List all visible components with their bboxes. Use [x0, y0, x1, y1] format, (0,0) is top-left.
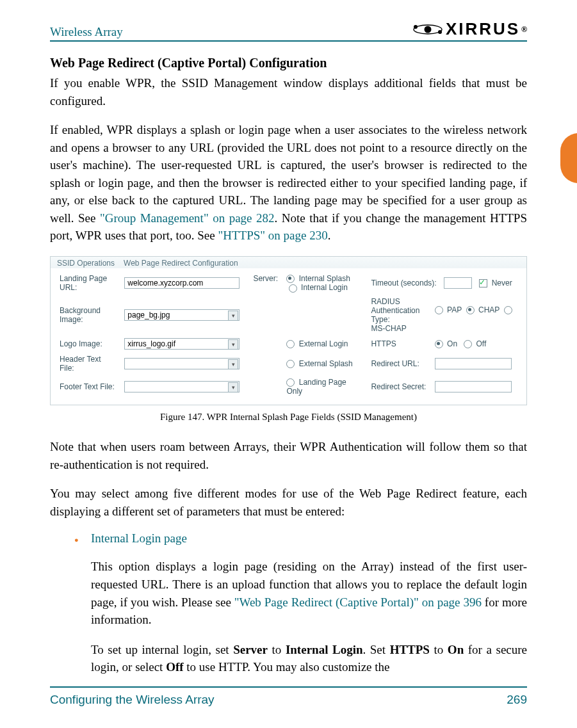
text-run: . Set: [362, 643, 389, 656]
footer-page-number: 269: [507, 693, 527, 707]
section-heading: Web Page Redirect (Captive Portal) Confi…: [50, 56, 527, 70]
text-run: to: [268, 643, 286, 656]
intro-paragraph-1: If you enable WPR, the SSID Management w…: [50, 74, 527, 109]
text-run: To set up internal login, set: [91, 643, 233, 656]
opt-internal-login: Internal Login: [301, 283, 348, 292]
opt-pap: PAP: [447, 305, 462, 314]
xref-group-management[interactable]: "Group Management" on page 282: [100, 211, 275, 225]
bullet-label: Internal Login page: [91, 531, 187, 545]
input-landing-url[interactable]: [124, 277, 240, 289]
radio-chap[interactable]: [466, 306, 475, 314]
registered-mark: ®: [521, 25, 527, 34]
internal-login-desc: This option displays a login page (resid…: [91, 558, 527, 628]
radio-landing-only[interactable]: [286, 378, 295, 387]
label-bg-image: Background Image:: [56, 295, 120, 336]
label-header-file: Header Text File:: [56, 352, 120, 375]
opt-mschap: MS-CHAP: [371, 324, 406, 333]
bullet-internal-login: Internal Login page: [74, 531, 527, 546]
opt-on: On: [447, 339, 457, 348]
intro-paragraph-2: If enabled, WPR displays a splash or log…: [50, 121, 527, 245]
radio-internal-login[interactable]: [289, 284, 297, 293]
dropdown-arrow-icon[interactable]: ▾: [228, 359, 238, 369]
input-redirect-url[interactable]: [435, 358, 512, 369]
figure-caption: Figure 147. WPR Internal Splash Page Fie…: [50, 412, 527, 423]
opt-landing-only: Landing Page Only: [286, 378, 346, 396]
label-timeout: Timeout (seconds):: [371, 279, 436, 287]
radio-external-login[interactable]: [286, 340, 295, 348]
figure-tab-ssid-ops: SSID Operations: [57, 259, 115, 268]
page-header: Wireless Array XIRRUS®: [50, 19, 527, 42]
svg-point-3: [438, 30, 442, 34]
input-header-file[interactable]: [124, 358, 240, 369]
radio-internal-splash[interactable]: [286, 275, 295, 283]
input-bg-image[interactable]: [124, 309, 240, 321]
input-redirect-secret[interactable]: [435, 381, 512, 392]
svg-point-2: [414, 25, 418, 29]
opt-internal-splash: Internal Splash: [299, 274, 350, 283]
figure-wpr-config: SSID Operations Web Page Redirect Config…: [50, 256, 527, 405]
figure-tab-wpr-config: Web Page Redirect Configuration: [124, 259, 238, 268]
label-never: Never: [492, 279, 512, 287]
radio-external-splash[interactable]: [286, 360, 295, 368]
internal-login-setup: To set up internal login, set Server to …: [91, 641, 527, 676]
dropdown-arrow-icon[interactable]: ▾: [228, 339, 238, 350]
input-logo-image[interactable]: [124, 338, 240, 350]
bold-server: Server: [233, 643, 268, 656]
text-run: If enabled, WPR displays a splash or log…: [50, 123, 527, 225]
opt-chap: CHAP: [478, 305, 500, 314]
label-redirect-url: Redirect URL:: [371, 359, 432, 368]
bold-off: Off: [166, 660, 183, 674]
header-title: Wireless Array: [50, 25, 123, 39]
roaming-paragraph: Note that when users roam between Arrays…: [50, 438, 527, 473]
footer-section: Configuring the Wireless Array: [50, 693, 215, 707]
label-footer-file: Footer Text File:: [56, 375, 120, 398]
page-footer: Configuring the Wireless Array 269: [50, 686, 527, 707]
label-logo-image: Logo Image:: [56, 336, 120, 352]
input-timeout[interactable]: [444, 277, 472, 289]
xref-wpr-captive[interactable]: "Web Page Redirect (Captive Portal)" on …: [234, 595, 482, 609]
label-https: HTTPS: [371, 339, 432, 348]
bold-https: HTTPS: [390, 643, 430, 656]
opt-external-splash: External Splash: [299, 359, 353, 368]
text-run: to: [430, 643, 448, 656]
brand-text: XIRRUS: [446, 19, 520, 39]
input-footer-file[interactable]: [124, 381, 240, 392]
dropdown-arrow-icon[interactable]: ▾: [228, 311, 238, 321]
bold-internal-login: Internal Login: [286, 643, 363, 656]
label-radius-auth: RADIUS Authentication Type:: [371, 297, 432, 324]
svg-point-1: [424, 26, 431, 33]
radio-https-off[interactable]: [464, 340, 472, 348]
checkbox-never[interactable]: [479, 279, 487, 287]
radio-pap[interactable]: [435, 306, 443, 314]
opt-off: Off: [476, 339, 486, 348]
brand-logo: XIRRUS®: [412, 19, 527, 39]
opt-external-login: External Login: [299, 339, 348, 348]
text-run: .: [328, 229, 331, 242]
radio-https-on[interactable]: [435, 340, 443, 348]
label-redirect-secret: Redirect Secret:: [371, 382, 432, 391]
bold-on: On: [448, 643, 464, 656]
dropdown-arrow-icon[interactable]: ▾: [228, 382, 238, 392]
text-run: to use HTTP. You may also customize the: [184, 660, 390, 674]
label-server: Server:: [253, 274, 278, 283]
modes-intro-paragraph: You may select among five different mode…: [50, 485, 527, 520]
radio-mschap[interactable]: [504, 306, 512, 314]
xref-https[interactable]: "HTTPS" on page 230: [218, 229, 327, 242]
label-landing-url: Landing Page URL:: [56, 271, 120, 295]
xirrus-orbit-icon: [412, 22, 443, 37]
side-tab-decoration: [560, 133, 577, 183]
